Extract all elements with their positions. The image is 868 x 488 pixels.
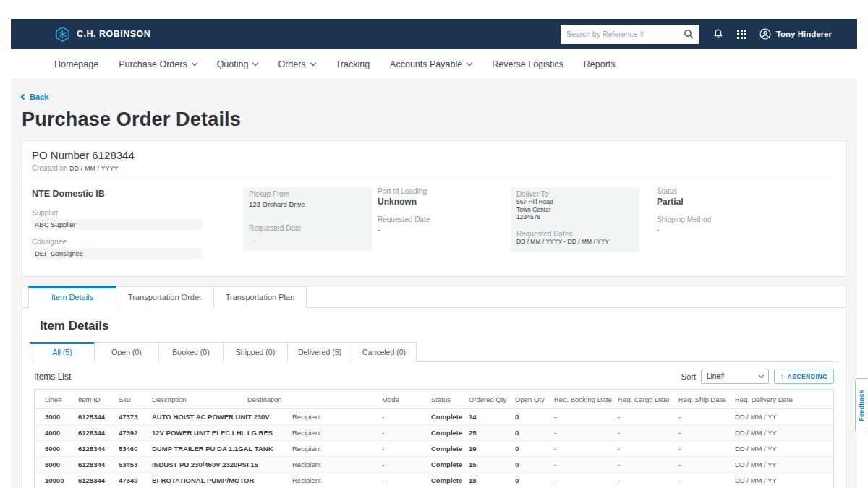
subtab-shipped-0[interactable]: Shipped (0) xyxy=(223,342,288,362)
po-col-deliver: Deliver To 567 Hill Road Town Center 123… xyxy=(511,187,657,267)
brand-name: C.H. ROBINSON xyxy=(77,29,150,39)
tab-transportation-plan[interactable]: Transportation Plan xyxy=(213,286,307,308)
cell: 0 xyxy=(512,425,551,441)
tab-item-details[interactable]: Item Details xyxy=(28,286,116,308)
cell: - xyxy=(615,457,676,473)
column-header-status[interactable]: Status xyxy=(428,390,466,409)
po-col-pickup: Pickup From 123 Orchard Drive Requested … xyxy=(243,187,378,267)
chevron-down-icon xyxy=(252,60,258,66)
subtab-canceled-0[interactable]: Canceled (0) xyxy=(352,342,417,362)
cell: 47349 xyxy=(116,473,149,488)
user-menu[interactable]: Tony Hinderer xyxy=(760,28,832,40)
cell: DD / MM / YY xyxy=(732,409,833,425)
cell: 4000 xyxy=(35,425,75,441)
column-header-ordered-qty[interactable]: Ordered Qty xyxy=(466,390,512,409)
user-name: Tony Hinderer xyxy=(776,30,832,38)
column-header-req-ship-date[interactable]: Req. Ship Date xyxy=(676,390,732,409)
column-header-description[interactable]: Description xyxy=(149,390,244,409)
search-box[interactable] xyxy=(561,25,699,44)
nav-item-label: Tracking xyxy=(336,59,370,69)
tab-transportation-order[interactable]: Transportation Order xyxy=(116,286,214,308)
subtab-open-0[interactable]: Open (0) xyxy=(94,342,159,362)
grid-dot xyxy=(737,30,739,32)
subtab-booked-0[interactable]: Booked (0) xyxy=(158,342,224,362)
sort-direction-button[interactable]: ↑ ASCENDING xyxy=(774,369,834,384)
subtab-all-5[interactable]: All (5) xyxy=(30,342,95,362)
search-icon[interactable] xyxy=(684,29,694,39)
cell: 6128344 xyxy=(75,457,116,473)
search-input[interactable] xyxy=(566,30,684,38)
cell: Complete xyxy=(428,457,466,473)
back-link[interactable]: Back xyxy=(22,93,48,101)
cell: - xyxy=(551,425,615,441)
pickup-from-value: 123 Orchard Drive xyxy=(249,200,366,208)
column-header-req-cargo-date[interactable]: Req. Cargo Date xyxy=(615,390,676,409)
created-label: Created on xyxy=(32,164,67,172)
cell: AUTO HOIST AC POWER UNIT 230V xyxy=(149,409,244,425)
table-row[interactable]: 10000612834447349BI-ROTATIONAL PUMP/MOTO… xyxy=(35,473,833,488)
po-summary-card: PO Number 6128344 Created on DD / MM / Y… xyxy=(22,140,846,277)
shipping-method-label: Shipping Method xyxy=(657,215,836,223)
feedback-tab[interactable]: Feedback xyxy=(855,378,867,432)
detail-tabs-card: Item DetailsTransportation OrderTranspor… xyxy=(22,286,846,488)
cell: Complete xyxy=(428,441,466,457)
nav-item-quoting[interactable]: Quoting xyxy=(217,59,258,69)
sort-direction-label: ASCENDING xyxy=(787,373,827,380)
cell: - xyxy=(379,473,428,488)
main-nav: HomepagePurchase OrdersQuotingOrdersTrac… xyxy=(11,49,857,80)
po-fields-grid: NTE Domestic IB Supplier ABC Supplier Co… xyxy=(32,187,836,267)
nav-item-tracking[interactable]: Tracking xyxy=(336,59,370,69)
cell: 53453 xyxy=(116,457,149,473)
cell: 6128344 xyxy=(75,409,116,425)
consignee-value: DEF Consignee xyxy=(32,248,202,259)
subtab-delivered-5[interactable]: Delivered (5) xyxy=(287,342,352,362)
table-row[interactable]: 8000612834453453INDUST PU 230/460V 2320P… xyxy=(35,457,833,473)
cell: 19 xyxy=(466,441,512,457)
nav-item-label: Quoting xyxy=(217,59,249,69)
cell: - xyxy=(379,441,428,457)
cell: - xyxy=(551,473,615,488)
table-row[interactable]: 400061283444739212V POWER UNIT ELEC LHL … xyxy=(35,425,833,441)
po-number: PO Number 6128344 xyxy=(32,149,836,161)
table-row[interactable]: 3000612834447373AUTO HOIST AC POWER UNIT… xyxy=(35,409,833,425)
column-header-item-id[interactable]: Item ID xyxy=(75,390,116,409)
column-header-destination[interactable]: Destination xyxy=(244,390,379,409)
cell: DD / MM / YY xyxy=(732,425,833,441)
nav-item-homepage[interactable]: Homepage xyxy=(54,59,98,69)
sort-select[interactable]: Line# xyxy=(701,369,769,384)
nav-item-accounts-payable[interactable]: Accounts Payable xyxy=(390,59,472,69)
chevron-down-icon xyxy=(759,373,764,378)
brand[interactable]: C.H. ROBINSON xyxy=(54,26,150,43)
cell: - xyxy=(551,457,615,473)
cell: - xyxy=(615,441,676,457)
nav-item-label: Reports xyxy=(584,59,616,69)
notifications-bell-icon[interactable] xyxy=(712,28,724,40)
apps-grid-icon[interactable] xyxy=(737,30,746,39)
column-header-req-delivery-date[interactable]: Req. Delivery Date xyxy=(732,390,833,409)
cell: 6000 xyxy=(35,441,75,457)
nav-item-reports[interactable]: Reports xyxy=(584,59,616,69)
cell: Complete xyxy=(428,473,466,488)
nav-item-reverse-logistics[interactable]: Reverse Logistics xyxy=(492,59,563,69)
cell: - xyxy=(676,409,732,425)
pickup-requested-date-value: - xyxy=(249,234,366,242)
po-created: Created on DD / MM / YYYY xyxy=(32,164,836,172)
section-heading: Item Details xyxy=(40,319,838,333)
pickup-requested-date-label: Requested Date xyxy=(249,224,366,232)
column-header-mode[interactable]: Mode xyxy=(379,390,428,409)
grid-dot xyxy=(741,37,743,39)
nav-item-label: Homepage xyxy=(54,59,98,69)
items-list-header: Items List Sort Line# ↑ ASCENDING xyxy=(34,369,834,384)
column-header-open-qty[interactable]: Open Qty xyxy=(512,390,551,409)
column-header-sku[interactable]: Sku xyxy=(116,390,149,409)
table-row[interactable]: 6000612834453460DUMP TRAILER PU DA 1.1GA… xyxy=(35,441,833,457)
cell: 6128344 xyxy=(75,425,116,441)
nav-item-purchase-orders[interactable]: Purchase Orders xyxy=(119,59,196,69)
column-header-line[interactable]: Line# xyxy=(35,390,75,409)
column-header-req-booking-date[interactable]: Req. Booking Date xyxy=(551,390,615,409)
cell: 0 xyxy=(512,473,551,488)
deliver-to-line3: 1234578 xyxy=(516,213,634,221)
grid-dot xyxy=(737,33,739,35)
chevron-down-icon xyxy=(191,60,197,66)
nav-item-orders[interactable]: Orders xyxy=(278,59,315,69)
